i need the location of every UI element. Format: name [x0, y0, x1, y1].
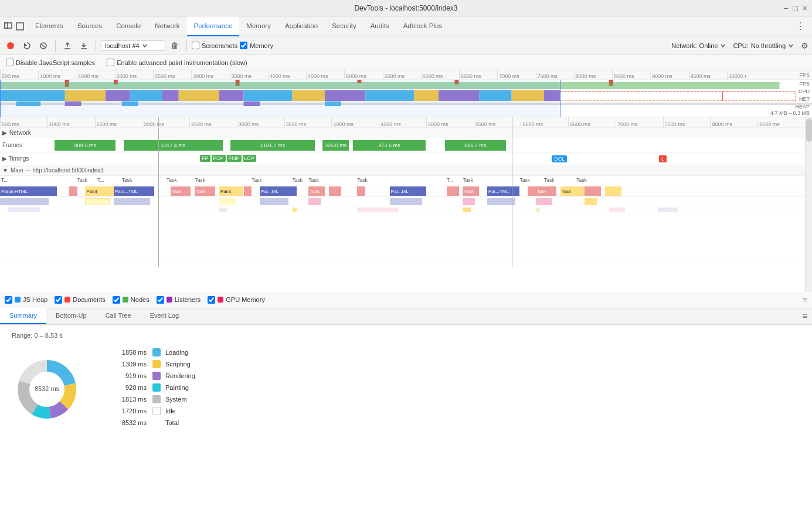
tab-bottom-up[interactable]: Bottom-Up: [46, 308, 96, 324]
record-btn[interactable]: [4, 39, 18, 53]
fps-label: FPS: [765, 81, 810, 87]
disable-js-checkbox[interactable]: [6, 59, 13, 66]
micro-bar-4: [357, 208, 397, 212]
enable-paint-label[interactable]: Enable advanced paint instrumentation (s…: [107, 59, 247, 66]
legend-documents[interactable]: Documents: [55, 296, 106, 304]
window-controls[interactable]: − □ ×: [783, 4, 807, 13]
bottom-tab-more[interactable]: ≡: [803, 311, 812, 321]
timeline-scrollbar[interactable]: [805, 117, 812, 292]
profile-select[interactable]: localhost #4: [101, 40, 165, 51]
tab-event-log[interactable]: Event Log: [141, 308, 189, 324]
svg-rect-38: [325, 101, 341, 106]
system-ms: 1813 ms: [106, 396, 147, 403]
frame-bar: 809.5 ms: [55, 140, 115, 151]
cpu-select[interactable]: CPU: No throttling: [733, 42, 794, 49]
more-tabs-btn[interactable]: ⋮: [796, 21, 805, 32]
tab-summary[interactable]: Summary: [0, 308, 46, 324]
svg-rect-25: [365, 90, 414, 101]
screenshots-checkbox-label[interactable]: Screenshots: [192, 42, 237, 49]
task-label-t2: T...: [97, 177, 104, 183]
timeline-ruler-overview: 500 ms 1000 ms 1500 ms 2000 ms 2500 ms 3…: [0, 70, 812, 80]
tab-audits[interactable]: Audits: [363, 16, 396, 36]
paint-bar-2: Paint: [219, 186, 244, 196]
svg-rect-2: [16, 23, 23, 30]
svg-rect-28: [479, 90, 511, 101]
reload-btn[interactable]: [20, 39, 34, 53]
timings-label[interactable]: ▶ Timings: [0, 155, 47, 162]
legend-bar: JS Heap Documents Nodes Listeners GPU Me…: [0, 292, 812, 308]
svg-rect-34: [16, 101, 41, 106]
settings-gear-icon[interactable]: ⚙: [801, 41, 808, 50]
tab-security[interactable]: Security: [325, 16, 363, 36]
task-bar-3: Task: [308, 186, 325, 196]
enable-paint-checkbox[interactable]: [107, 59, 114, 66]
main-thread-tasks: Parse HTML Paint Pars...TML Task Task Pa…: [0, 185, 812, 197]
legend-nodes-checkbox[interactable]: [113, 296, 120, 304]
legend-nodes[interactable]: Nodes: [113, 296, 150, 304]
tab-network[interactable]: Network: [148, 16, 186, 36]
legend-js-heap-label: JS Heap: [23, 296, 47, 303]
tab-sources[interactable]: Sources: [70, 16, 109, 36]
task-bar-small6: [605, 186, 621, 196]
svg-rect-23: [293, 90, 325, 101]
summary-row-loading: 1850 ms Loading: [106, 348, 800, 356]
tab-memory[interactable]: Memory: [239, 16, 278, 36]
network-expand-icon[interactable]: ▶: [0, 130, 7, 136]
legend-listeners[interactable]: Listeners: [157, 296, 201, 304]
tab-application[interactable]: Application: [278, 16, 325, 36]
clear-btn[interactable]: [36, 39, 50, 53]
legend-documents-label: Documents: [73, 296, 106, 303]
memory-checkbox-label[interactable]: Memory: [240, 42, 273, 49]
main-thread-expand-icon[interactable]: ▼: [0, 167, 8, 174]
cpu-track-label: CPU: [765, 89, 810, 94]
close-btn[interactable]: ×: [803, 4, 807, 13]
disable-js-label[interactable]: Disable JavaScript samples: [6, 59, 95, 66]
download-btn[interactable]: [77, 39, 91, 53]
legend-gpu-memory[interactable]: GPU Memory: [208, 296, 265, 304]
svg-rect-31: [560, 91, 723, 101]
svg-point-3: [7, 42, 14, 49]
scrollbar-thumb[interactable]: [806, 118, 812, 142]
task-label-task7: Task: [308, 177, 318, 183]
minimize-btn[interactable]: −: [783, 4, 788, 13]
timeline-overview[interactable]: 500 ms 1000 ms 1500 ms 2000 ms 2500 ms 3…: [0, 70, 812, 117]
task-label-task8: Task: [357, 177, 367, 183]
legend-more-icon[interactable]: ≡: [803, 295, 807, 304]
toolbar-right: Network: Online CPU: No throttling ⚙: [671, 41, 808, 50]
tab-console[interactable]: Console: [109, 16, 148, 36]
network-value[interactable]: Online: [699, 42, 718, 49]
svg-rect-24: [325, 90, 365, 101]
tab-call-tree[interactable]: Call Tree: [96, 308, 141, 324]
undock-btn[interactable]: [14, 21, 26, 32]
tab-bar: Elements Sources Console Network Perform…: [0, 16, 812, 36]
legend-js-heap[interactable]: JS Heap: [5, 296, 47, 304]
timeline-detail: 500 ms 1000 ms 1500 ms 2000 ms 2500 ms 3…: [0, 117, 812, 292]
painting-name: Painting: [165, 384, 189, 391]
legend-js-heap-checkbox[interactable]: [5, 296, 12, 304]
par-tml-bar2: Par...TML: [487, 186, 519, 196]
network-row[interactable]: ▶ Network: [0, 128, 812, 138]
frame-bar: 1181.7 ms: [230, 140, 315, 151]
maximize-btn[interactable]: □: [793, 4, 797, 13]
summary-row-rendering: 919 ms Rendering: [106, 372, 800, 380]
dock-btn[interactable]: [2, 21, 14, 32]
legend-gpu-memory-checkbox[interactable]: [208, 296, 215, 304]
main-thread-header[interactable]: ▼ Main — http://localhost:5000/index3: [0, 165, 812, 176]
task-bar-6: Task: [463, 186, 479, 196]
tab-performance[interactable]: Performance: [187, 16, 240, 36]
tab-adblock[interactable]: Adblock Plus: [396, 16, 449, 36]
screenshots-checkbox[interactable]: [192, 42, 199, 49]
upload-btn[interactable]: [60, 39, 74, 53]
paint-bar-1: Paint: [85, 186, 113, 196]
system-color: [152, 395, 161, 403]
timeline-tracks-area[interactable]: ▶ Network Frames 809.5 ms 1317.4 ms 1181…: [0, 128, 812, 292]
legend-listeners-checkbox[interactable]: [157, 296, 164, 304]
memory-checkbox[interactable]: [240, 42, 247, 49]
tab-elements[interactable]: Elements: [28, 16, 70, 36]
cpu-value[interactable]: No throttling: [751, 42, 786, 49]
frames-row: Frames 809.5 ms 1317.4 ms 1181.7 ms 325.…: [0, 138, 812, 152]
delete-profile-btn[interactable]: 🗑: [168, 39, 182, 53]
network-select[interactable]: Network: Online: [671, 42, 726, 49]
legend-documents-checkbox[interactable]: [55, 296, 62, 304]
summary-content: Range: 0 – 8.53 s: [0, 325, 812, 514]
